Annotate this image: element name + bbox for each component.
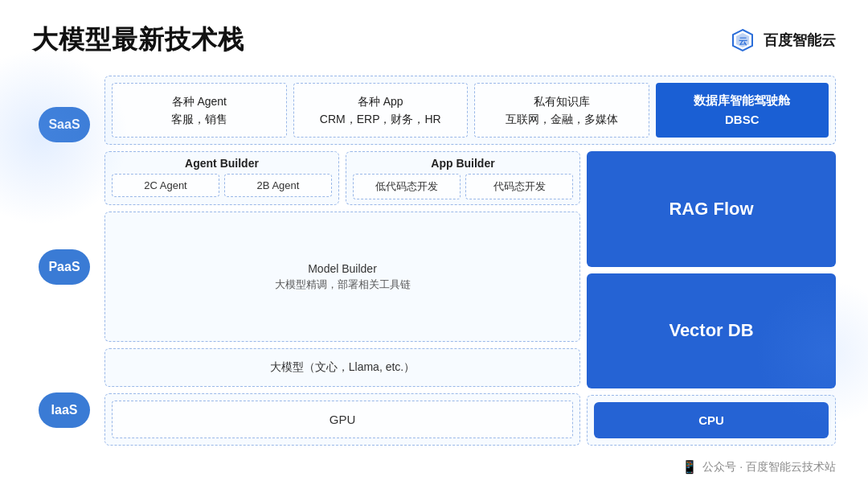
saas-cell-kb: 私有知识库 互联网，金融，多媒体 [474, 83, 649, 138]
wechat-icon: 📱 [682, 459, 698, 475]
saas-kb-line2: 互联网，金融，多媒体 [506, 110, 618, 128]
saas-cell-agent: 各种 Agent 客服，销售 [112, 83, 287, 138]
saas-dbsc-line1: 数据库智能驾驶舱 [694, 91, 790, 110]
baidu-logo-icon: 云 [728, 26, 757, 55]
saas-agent-line1: 各种 Agent [172, 92, 227, 110]
saas-cell-app: 各种 App CRM，ERP，财务，HR [293, 83, 469, 138]
model-builder-block: Model Builder 大模型精调，部署相关工具链 [104, 212, 580, 342]
agent-2b-cell: 2B Agent [224, 174, 332, 197]
paas-label: PaaS [39, 249, 90, 285]
saas-app-line2: CRM，ERP，财务，HR [320, 110, 441, 128]
paas-section: Agent Builder 2C Agent 2B Agent App Buil… [104, 151, 836, 446]
saas-dbsc-line2: DBSC [725, 110, 760, 129]
rag-flow-block: RAG Flow [587, 151, 836, 267]
app-code-cell: 代码态开发 [465, 174, 573, 199]
app-lowcode-cell: 低代码态开发 [353, 174, 461, 199]
labels-column: SaaS PaaS IaaS [32, 76, 96, 446]
cpu-cell: CPU [594, 402, 829, 438]
app-builder-cells: 低代码态开发 代码态开发 [353, 174, 573, 199]
agent-app-row: Agent Builder 2C Agent 2B Agent App Buil… [104, 151, 580, 205]
page-title: 大模型最新技术栈 [32, 23, 244, 58]
paas-right: RAG Flow Vector DB CPU [587, 151, 836, 446]
large-model-text: 大模型（文心，Llama, etc.） [270, 360, 415, 375]
header: 大模型最新技术栈 云 百度智能云 [32, 23, 836, 58]
gpu-cell: GPU [112, 401, 573, 438]
model-builder-title: Model Builder [308, 262, 377, 275]
iaas-label: IaaS [39, 392, 90, 428]
logo-text: 百度智能云 [764, 31, 836, 50]
large-model-block: 大模型（文心，Llama, etc.） [104, 348, 580, 387]
saas-app-line1: 各种 App [358, 92, 403, 110]
paas-left: Agent Builder 2C Agent 2B Agent App Buil… [104, 151, 580, 446]
saas-kb-line1: 私有知识库 [534, 92, 590, 110]
svg-text:云: 云 [739, 36, 747, 46]
main-grid: SaaS PaaS IaaS 各种 Agent 客服，销售 各种 App [32, 76, 836, 446]
saas-label: SaaS [39, 107, 90, 142]
agent-builder-block: Agent Builder 2C Agent 2B Agent [104, 151, 339, 205]
saas-cell-dbsc: 数据库智能驾驶舱 DBSC [656, 83, 829, 138]
iaas-gpu-row: GPU [104, 393, 580, 446]
agent-builder-title: Agent Builder [112, 157, 332, 170]
agent-2c-cell: 2C Agent [112, 174, 219, 197]
logo-area: 云 百度智能云 [728, 26, 836, 55]
content-area: 各种 Agent 客服，销售 各种 App CRM，ERP，财务，HR 私有知识… [96, 76, 836, 446]
saas-row: 各种 Agent 客服，销售 各种 App CRM，ERP，财务，HR 私有知识… [104, 76, 836, 145]
saas-agent-line2: 客服，销售 [171, 110, 227, 128]
footer-text: 公众号 · 百度智能云技术站 [702, 460, 836, 475]
vector-db-block: Vector DB [587, 273, 836, 389]
model-builder-subtitle: 大模型精调，部署相关工具链 [275, 277, 411, 292]
app-builder-block: App Builder 低代码态开发 代码态开发 [346, 151, 580, 205]
agent-builder-cells: 2C Agent 2B Agent [112, 174, 332, 197]
footer: 📱 公众号 · 百度智能云技术站 [682, 459, 836, 475]
app-builder-title: App Builder [353, 157, 573, 170]
